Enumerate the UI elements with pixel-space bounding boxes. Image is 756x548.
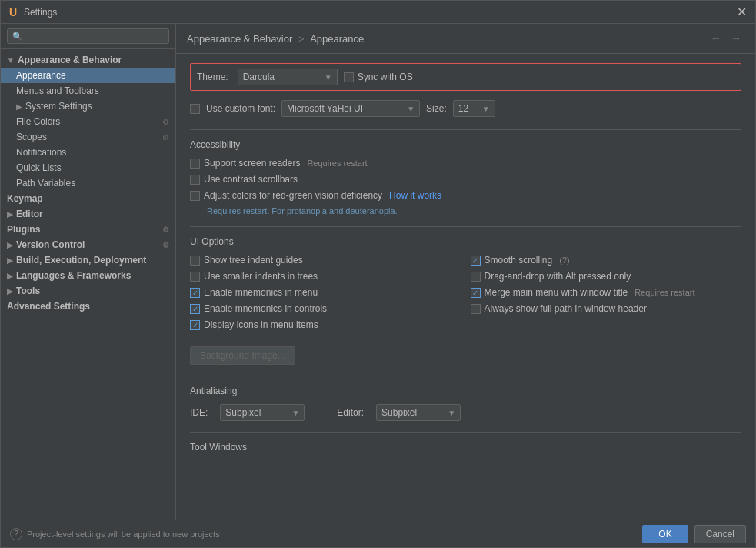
bottom-help: ? Project-level settings will be applied… <box>10 528 220 540</box>
accessibility-title: Accessibility <box>190 139 741 150</box>
font-dropdown[interactable]: Microsoft YaHei UI ▼ <box>281 100 420 117</box>
how-it-works-link[interactable]: How it works <box>389 190 441 201</box>
tree-indent-row: Show tree indent guides <box>190 255 461 266</box>
ide-antialiasing-value: Subpixel <box>225 407 261 418</box>
section-divider <box>190 376 741 376</box>
adjust-colors-checkbox[interactable] <box>190 191 200 201</box>
sidebar-search-container <box>1 24 175 49</box>
expand-arrow: ▶ <box>7 256 13 265</box>
ui-options-col2: Smooth scrolling (?) Drag-and-drop with … <box>471 255 742 336</box>
sidebar-item-scopes[interactable]: Scopes ⚙ <box>1 129 175 145</box>
ide-antialiasing-dropdown[interactable]: Subpixel ▼ <box>220 404 305 421</box>
sidebar-item-system-settings[interactable]: ▶ System Settings <box>1 99 175 114</box>
drag-drop-checkbox[interactable] <box>471 272 481 282</box>
collapse-arrow: ▼ <box>7 56 15 65</box>
sidebar-tree: ▼ Appearance & Behavior Appearance Menus… <box>1 49 175 520</box>
right-header: Appearance & Behavior > Appearance ← → <box>176 24 755 54</box>
theme-dropdown[interactable]: Darcula ▼ <box>238 68 338 85</box>
full-path-checkbox[interactable] <box>471 304 481 314</box>
sidebar-item-path-variables[interactable]: Path Variables <box>1 175 175 191</box>
forward-button[interactable]: → <box>728 30 744 47</box>
close-button[interactable]: ✕ <box>734 5 749 20</box>
display-icons-label: Display icons in menu items <box>204 319 318 330</box>
smooth-scrolling-row: Smooth scrolling (?) <box>471 255 742 266</box>
contrast-scrollbars-checkbox[interactable] <box>190 175 200 185</box>
expand-arrow: ▶ <box>16 102 22 111</box>
full-path-row: Always show full path in window header <box>471 303 742 314</box>
sync-with-os-checkbox[interactable] <box>344 72 354 82</box>
font-value: Microsoft YaHei UI <box>287 103 363 114</box>
support-screen-readers-checkbox[interactable] <box>190 159 200 169</box>
expand-arrow: ▶ <box>7 241 13 249</box>
mnemonics-controls-checkbox[interactable] <box>190 304 200 314</box>
ui-options-col1: Show tree indent guides Use smaller inde… <box>190 255 461 336</box>
editor-antialiasing-value: Subpixel <box>381 407 417 418</box>
breadcrumb: Appearance & Behavior > Appearance <box>187 33 708 45</box>
mnemonics-controls-row: Enable mnemonics in controls <box>190 303 461 314</box>
editor-antialiasing-dropdown[interactable]: Subpixel ▼ <box>376 404 461 421</box>
sidebar-item-quick-lists[interactable]: Quick Lists <box>1 160 175 175</box>
theme-label: Theme: <box>197 72 228 82</box>
breadcrumb-child: Appearance <box>310 33 364 45</box>
ui-options-grid: Show tree indent guides Use smaller inde… <box>190 255 741 336</box>
adjust-colors-label: Adjust colors for red-green vision defic… <box>204 190 382 201</box>
expand-arrow: ▶ <box>7 287 13 296</box>
smooth-scrolling-checkbox[interactable] <box>471 256 481 266</box>
theme-row: Theme: Darcula ▼ Sync with OS <box>190 63 741 91</box>
main-content: ▼ Appearance & Behavior Appearance Menus… <box>1 24 755 520</box>
sidebar-item-keymap[interactable]: Keymap <box>1 191 175 206</box>
title-bar: U Settings ✕ <box>1 1 755 24</box>
bottom-bar: ? Project-level settings will be applied… <box>1 520 755 547</box>
tree-indent-checkbox[interactable] <box>190 256 200 266</box>
sidebar-item-tools[interactable]: ▶ Tools <box>1 283 175 299</box>
support-screen-readers-row: Support screen readers Requires restart <box>190 158 741 169</box>
dropdown-arrow-icon: ▼ <box>291 409 299 417</box>
tool-windows-title: Tool Windows <box>190 442 741 453</box>
smaller-indents-label: Use smaller indents in trees <box>204 271 318 282</box>
antialiasing-section: Antialiasing IDE: Subpixel ▼ Editor: Sub… <box>190 376 741 421</box>
sidebar-item-version-control[interactable]: ▶ Version Control ⚙ <box>1 237 175 252</box>
dropdown-arrow-icon: ▼ <box>448 409 455 417</box>
bottom-actions: OK Cancel <box>642 525 746 543</box>
background-image-button[interactable]: Background Image... <box>190 346 295 365</box>
sidebar-item-appearance-behavior[interactable]: ▼ Appearance & Behavior <box>1 52 175 68</box>
contrast-scrollbars-row: Use contrast scrollbars <box>190 174 741 185</box>
sidebar-item-build[interactable]: ▶ Build, Execution, Deployment <box>1 252 175 268</box>
sidebar-item-editor[interactable]: ▶ Editor <box>1 206 175 222</box>
smaller-indents-checkbox[interactable] <box>190 272 200 282</box>
custom-font-checkbox[interactable] <box>190 104 200 114</box>
back-button[interactable]: ← <box>708 30 724 47</box>
custom-font-row: Use custom font: Microsoft YaHei UI ▼ Si… <box>190 100 741 117</box>
gear-icon: ⚙ <box>162 133 169 142</box>
breadcrumb-separator: > <box>298 33 307 45</box>
sidebar-item-plugins[interactable]: Plugins ⚙ <box>1 222 175 237</box>
size-dropdown[interactable]: 12 ▼ <box>453 100 495 117</box>
adjust-colors-sub: Requires restart. For protanopia and deu… <box>207 206 741 216</box>
display-icons-row: Display icons in menu items <box>190 319 461 330</box>
sidebar-item-advanced-settings[interactable]: Advanced Settings <box>1 299 175 314</box>
tree-indent-label: Show tree indent guides <box>204 255 303 266</box>
merge-menu-checkbox[interactable] <box>471 288 481 298</box>
mnemonics-menu-checkbox[interactable] <box>190 288 200 298</box>
dropdown-arrow-icon: ▼ <box>407 105 415 113</box>
sidebar-item-notifications[interactable]: Notifications <box>1 145 175 160</box>
smaller-indents-row: Use smaller indents in trees <box>190 271 461 282</box>
sidebar-item-menus-toolbars[interactable]: Menus and Toolbars <box>1 83 175 99</box>
ui-options-section: UI Options Show tree indent guides Use s… <box>190 226 741 365</box>
ok-button[interactable]: OK <box>642 525 688 543</box>
nav-buttons: ← → <box>708 30 744 47</box>
sidebar-item-appearance[interactable]: Appearance <box>1 68 175 83</box>
cancel-button[interactable]: Cancel <box>694 525 746 543</box>
custom-font-label: Use custom font: <box>206 103 275 114</box>
section-divider <box>190 432 741 433</box>
ui-options-title: UI Options <box>190 236 741 247</box>
display-icons-checkbox[interactable] <box>190 320 200 330</box>
search-input[interactable] <box>7 28 169 44</box>
sidebar-item-languages[interactable]: ▶ Languages & Frameworks <box>1 268 175 283</box>
theme-value: Darcula <box>243 72 275 82</box>
requires-restart-label: Requires restart <box>634 288 694 297</box>
gear-icon: ⚙ <box>162 226 169 234</box>
help-icon[interactable]: ? <box>10 528 22 540</box>
sidebar-item-file-colors[interactable]: File Colors ⚙ <box>1 114 175 129</box>
dropdown-arrow-icon: ▼ <box>325 73 332 82</box>
